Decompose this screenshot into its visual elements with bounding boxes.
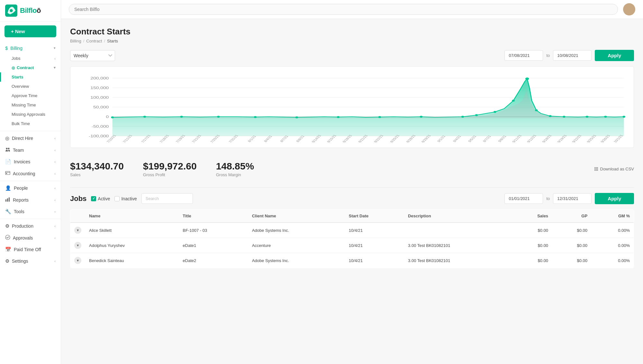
tools-chevron-icon: ‹: [54, 210, 56, 214]
gross-margin-label: Gross Margin: [216, 172, 254, 177]
svg-rect-83: [597, 167, 598, 168]
sidebar-item-approvals[interactable]: Approvals ‹: [0, 232, 61, 244]
svg-rect-89: [597, 170, 598, 171]
jobs-search-input[interactable]: [141, 193, 193, 204]
svg-text:200,000: 200,000: [90, 76, 109, 80]
expand-button[interactable]: ▾: [74, 257, 81, 264]
sidebar-item-billing-label: Billing: [10, 46, 22, 51]
chart-svg: 200,000 150,000 100,000 50,000 0 -50,000…: [76, 72, 629, 142]
tools-icon: 🔧: [5, 209, 11, 214]
svg-point-30: [180, 116, 183, 118]
cell-title: eDate2: [179, 253, 248, 268]
cell-sales: $0.00: [512, 223, 552, 238]
breadcrumb-contract[interactable]: Contract: [86, 39, 102, 43]
breadcrumb-billing[interactable]: Billing: [70, 39, 81, 43]
chevron-down-icon: ▾: [54, 46, 56, 50]
search-input[interactable]: [69, 4, 618, 15]
svg-rect-4: [5, 171, 10, 175]
section-divider: [70, 187, 634, 188]
sidebar-item-direct-hire[interactable]: ◎ Direct Hire ‹: [0, 132, 61, 144]
sidebar-item-starts[interactable]: Starts: [0, 72, 61, 82]
gross-profit-label: Gross Profit: [143, 172, 197, 177]
cell-title: eDate1: [179, 238, 248, 253]
chart-apply-button[interactable]: Apply: [595, 50, 634, 61]
sidebar-item-accounting[interactable]: Accounting ‹: [0, 168, 61, 179]
svg-point-47: [622, 116, 625, 118]
svg-point-40: [512, 100, 515, 102]
jobs-date-from[interactable]: [504, 193, 543, 204]
svg-point-2: [6, 148, 8, 150]
sidebar-item-people[interactable]: 👤 People ‹: [0, 182, 61, 194]
svg-point-44: [563, 116, 566, 118]
jobs-date-to[interactable]: [553, 193, 592, 204]
approvals-chevron-icon: ‹: [54, 236, 56, 240]
direct-hire-icon: ◎: [5, 135, 9, 141]
sidebar-item-reports[interactable]: Reports ‹: [0, 194, 61, 206]
sidebar-item-overview[interactable]: Overview: [0, 82, 61, 91]
sidebar-item-jobs[interactable]: Jobs ‹: [0, 54, 61, 63]
sidebar-item-paid-time-off[interactable]: 📅 Paid Time Off: [0, 244, 61, 255]
sales-label: Sales: [70, 172, 124, 177]
active-checkbox-label[interactable]: Active: [91, 196, 110, 201]
inactive-checkbox[interactable]: [114, 196, 120, 201]
svg-rect-85: [596, 168, 597, 169]
sidebar-item-billing[interactable]: $ Billing ▾: [0, 42, 61, 54]
sidebar-item-approve-time[interactable]: Approve Time: [0, 91, 61, 100]
billing-icon: $: [5, 45, 8, 51]
chart-date-to[interactable]: [553, 50, 592, 61]
svg-rect-84: [594, 168, 595, 169]
contract-circle-icon: ◎: [12, 66, 15, 70]
sidebar-item-bulk-time[interactable]: Bulk Time: [0, 119, 61, 128]
svg-point-38: [475, 114, 478, 116]
svg-point-33: [295, 116, 298, 118]
svg-point-45: [586, 116, 589, 118]
logo-icon: [5, 5, 17, 17]
cell-sales: $0.00: [512, 253, 552, 268]
period-select[interactable]: Weekly Daily Monthly: [70, 50, 115, 61]
cell-sales: $0.00: [512, 238, 552, 253]
stats-row: $134,340.70 Sales $199,972.60 Gross Prof…: [70, 156, 634, 180]
accounting-icon: [5, 170, 10, 177]
sidebar-item-production[interactable]: ⚙ Production ‹: [0, 220, 61, 232]
breadcrumb: Billing / Contract / Starts: [70, 39, 634, 43]
cell-gp: $0.00: [552, 223, 591, 238]
stat-gross-profit: $199,972.60 Gross Profit: [143, 161, 197, 177]
stat-gross-margin: 148.85% Gross Margin: [216, 161, 254, 177]
cell-start-date: 10/4/21: [345, 223, 404, 238]
svg-point-42: [535, 109, 538, 111]
inactive-checkbox-label[interactable]: Inactive: [114, 196, 137, 201]
sidebar-item-contract[interactable]: ◎ Contract ▾: [0, 63, 61, 72]
cell-client: Accenture: [248, 238, 345, 253]
sidebar-item-missing-time[interactable]: Missing Time: [0, 100, 61, 110]
reports-chevron-icon: ‹: [54, 198, 56, 202]
breadcrumb-starts: Starts: [107, 39, 118, 43]
sidebar-item-missing-approvals[interactable]: Missing Approvals: [0, 110, 61, 119]
svg-rect-87: [594, 170, 595, 171]
new-button[interactable]: + New: [5, 25, 56, 37]
sidebar-item-tools[interactable]: 🔧 Tools ‹: [0, 206, 61, 217]
svg-point-28: [111, 116, 114, 118]
jobs-header: Jobs Active Inactive to Apply: [70, 193, 634, 204]
svg-point-39: [494, 111, 496, 113]
gross-margin-value: 148.85%: [216, 161, 254, 172]
svg-text:-100,000: -100,000: [89, 134, 109, 138]
sales-value: $134,340.70: [70, 161, 124, 172]
sidebar-item-settings[interactable]: ⚙ Settings ‹: [0, 255, 61, 267]
chart-container: 200,000 150,000 100,000 50,000 0 -50,000…: [70, 66, 634, 148]
sidebar-item-invoices[interactable]: 📄 Invoices ‹: [0, 156, 61, 168]
sidebar-item-team[interactable]: Team ‹: [0, 144, 61, 156]
download-csv-button[interactable]: Download as CSV: [594, 167, 634, 171]
cell-description: 3.00 Test BK01082101: [404, 238, 512, 253]
expand-button[interactable]: ▾: [74, 242, 81, 249]
jobs-table: Name Title Client Name Start Date Descri…: [70, 209, 634, 268]
active-checkbox[interactable]: [91, 196, 96, 201]
contract-chevron-icon: ▾: [54, 66, 56, 70]
direct-hire-chevron-icon: ‹: [54, 136, 56, 140]
cell-name: Alice Skillett: [85, 223, 179, 238]
accounting-chevron-icon: ‹: [54, 172, 56, 176]
main-area: Contract Starts Billing / Contract / Sta…: [61, 0, 643, 364]
chart-date-from[interactable]: [504, 50, 543, 61]
jobs-apply-button[interactable]: Apply: [595, 193, 634, 204]
expand-button[interactable]: ▾: [74, 227, 81, 234]
svg-point-31: [217, 116, 220, 118]
